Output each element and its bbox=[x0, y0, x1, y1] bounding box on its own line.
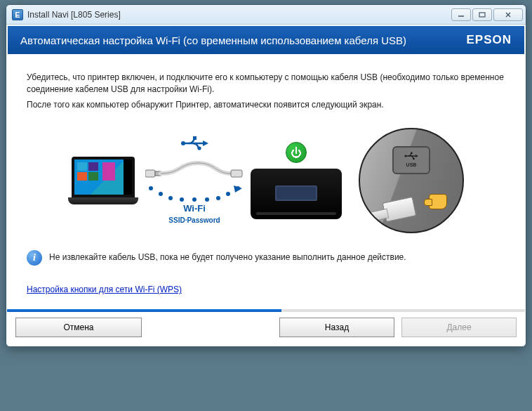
wifi-sublabel: SSID·Password bbox=[168, 216, 220, 226]
printer-graphic: ⏻ bbox=[251, 142, 342, 219]
minimize-icon bbox=[458, 12, 465, 18]
page-title: Автоматическая настройка Wi-Fi (со време… bbox=[20, 34, 406, 46]
svg-rect-17 bbox=[411, 152, 413, 155]
svg-point-7 bbox=[149, 186, 153, 190]
window-title: Install Navi [L805 Series] bbox=[27, 10, 451, 20]
hand-pointer-icon bbox=[429, 194, 447, 209]
maximize-button[interactable] bbox=[472, 8, 492, 21]
content-area: Автоматическая настройка Wi-Fi (со време… bbox=[6, 25, 526, 346]
next-button: Далее bbox=[401, 318, 517, 337]
cancel-button[interactable]: Отмена bbox=[15, 318, 142, 337]
app-icon: E bbox=[12, 9, 23, 20]
usb-trident-icon bbox=[180, 136, 208, 156]
instruction-line-2: После того как компьютер обнаружит Принт… bbox=[27, 99, 505, 111]
wps-link[interactable]: Настройка кнопки для сети Wi-Fi (WPS) bbox=[27, 284, 182, 296]
illustration: Wi-Fi SSID·Password ⏻ bbox=[27, 128, 505, 233]
epson-logo: EPSON bbox=[466, 33, 512, 47]
usb-port-icon: USB bbox=[392, 146, 430, 174]
instruction-line-1: Убедитесь, что принтер включен, и подклю… bbox=[27, 72, 505, 96]
maximize-icon bbox=[479, 12, 486, 18]
svg-point-18 bbox=[413, 158, 415, 160]
usb-port-label: USB bbox=[406, 162, 417, 169]
progress-bar bbox=[7, 309, 525, 312]
svg-point-11 bbox=[192, 197, 197, 202]
svg-rect-0 bbox=[479, 13, 485, 17]
window-controls bbox=[451, 8, 523, 21]
wifi-dots-graphic bbox=[145, 183, 244, 202]
info-notice: i Не извлекайте кабель USB, пока не буде… bbox=[27, 250, 505, 266]
power-icon: ⏻ bbox=[286, 142, 307, 163]
svg-point-9 bbox=[168, 196, 173, 200]
back-button[interactable]: Назад bbox=[279, 318, 394, 337]
svg-point-10 bbox=[180, 197, 184, 202]
usb-port-closeup: USB bbox=[359, 128, 464, 233]
svg-rect-6 bbox=[231, 170, 242, 177]
titlebar[interactable]: E Install Navi [L805 Series] bbox=[6, 5, 526, 25]
info-icon: i bbox=[27, 250, 42, 266]
button-row: Отмена Назад Далее bbox=[7, 312, 525, 346]
svg-point-12 bbox=[205, 197, 209, 202]
wifi-label: Wi-Fi bbox=[183, 202, 206, 216]
svg-point-13 bbox=[216, 196, 220, 200]
svg-point-8 bbox=[159, 192, 163, 196]
info-text: Не извлекайте кабель USB, пока не будет … bbox=[49, 252, 406, 263]
installer-window: E Install Navi [L805 Series] Автоматичес… bbox=[6, 4, 526, 347]
minimize-button[interactable] bbox=[451, 8, 471, 21]
usb-plug-graphic bbox=[383, 197, 417, 223]
page-header: Автоматическая настройка Wi-Fi (со време… bbox=[8, 26, 524, 54]
body: Убедитесь, что принтер включен, и подклю… bbox=[7, 55, 525, 304]
connection-graphic: Wi-Fi SSID·Password bbox=[145, 136, 244, 226]
svg-point-3 bbox=[197, 146, 201, 150]
svg-rect-2 bbox=[193, 136, 197, 140]
svg-rect-4 bbox=[145, 170, 155, 177]
svg-point-14 bbox=[226, 192, 230, 196]
close-icon bbox=[505, 12, 512, 18]
laptop-graphic bbox=[68, 157, 138, 204]
close-button[interactable] bbox=[493, 8, 523, 21]
